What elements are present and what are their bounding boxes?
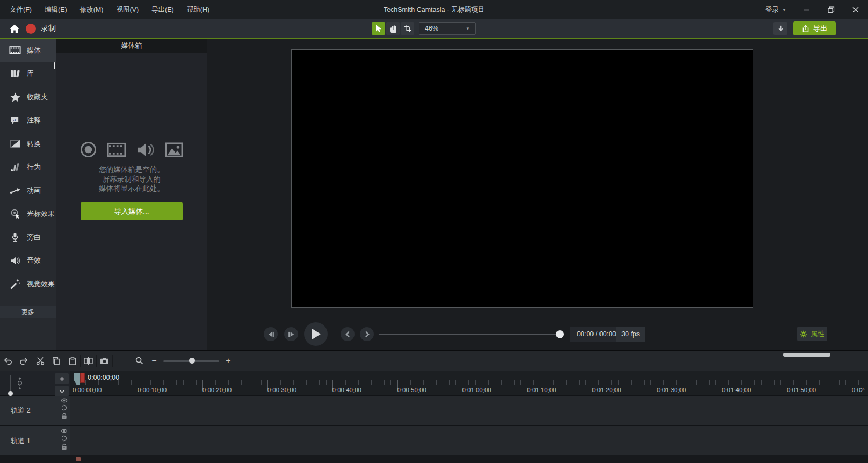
timeline-zoom-button[interactable]: [131, 355, 147, 367]
zoom-slider-thumb[interactable]: [189, 358, 195, 364]
sidebar-item-label: 行为: [27, 162, 41, 172]
paste-button[interactable]: [64, 355, 81, 367]
add-track-button[interactable]: [55, 373, 69, 384]
speaker-icon: [9, 256, 21, 265]
download-icon: [777, 25, 785, 33]
split-button[interactable]: [81, 355, 97, 367]
track-row: 轨道 1: [0, 426, 868, 455]
pan-tool-button[interactable]: [386, 22, 400, 35]
playback-seek-slider[interactable]: [379, 330, 564, 338]
previous-frame-button[interactable]: [264, 327, 278, 341]
close-button[interactable]: [843, 0, 868, 19]
track-2-lane[interactable]: [70, 396, 868, 425]
sidebar-item-favorites[interactable]: 收藏夹: [0, 85, 56, 109]
ruler-label: 0:00:20;00: [202, 387, 232, 393]
menu-item[interactable]: 帮助(H): [182, 3, 215, 17]
next-frame-button[interactable]: [284, 327, 298, 341]
behaviors-icon: [9, 162, 21, 172]
track-1-header[interactable]: 轨道 1: [0, 426, 70, 455]
track-1-lane[interactable]: [70, 426, 868, 455]
sidebar-item-voice-narration[interactable]: 旁白: [0, 226, 56, 249]
image-icon: [165, 142, 183, 157]
ruler-label: 0:01:40;00: [722, 387, 751, 393]
undo-button[interactable]: [0, 355, 16, 367]
export-label: 导出: [813, 24, 828, 33]
playhead-time: 0:00:00;00: [88, 374, 119, 381]
sidebar-item-behaviors[interactable]: 行为: [0, 156, 56, 179]
timeline-zoom-in-button[interactable]: +: [221, 356, 235, 366]
download-button[interactable]: [773, 22, 787, 35]
cut-button[interactable]: [32, 355, 48, 367]
record-circle-icon: [80, 141, 97, 158]
magic-wand-icon: [9, 279, 21, 289]
timeline-scroll-marker[interactable]: [76, 457, 81, 461]
collapse-tracks-button[interactable]: [55, 386, 69, 396]
minimize-button[interactable]: [794, 0, 819, 19]
menu-item[interactable]: 编辑(E): [39, 3, 73, 17]
screenshot-button[interactable]: [97, 355, 113, 367]
sidebar-item-transitions[interactable]: 转换: [0, 132, 56, 156]
timeline-zoom-out-button[interactable]: −: [147, 356, 161, 366]
track-2-header[interactable]: 轨道 2: [0, 396, 70, 425]
sidebar-scrollbar[interactable]: [54, 62, 55, 69]
redo-button[interactable]: [16, 355, 32, 367]
sidebar-more-button[interactable]: 更多: [0, 306, 56, 318]
timeline-ruler[interactable]: 0:00:00;000:00:10;000:00:20;000:00:30;00…: [70, 371, 868, 396]
lock-icon[interactable]: [61, 443, 67, 450]
playhead-line: [82, 383, 82, 457]
chevron-down-icon: [59, 389, 65, 393]
restore-button[interactable]: [819, 0, 843, 19]
record-button[interactable]: 录制: [26, 21, 56, 35]
timeline-horizontal-scrollbar[interactable]: [783, 353, 830, 357]
visibility-eye-icon[interactable]: [61, 429, 68, 433]
copy-button[interactable]: [48, 355, 64, 367]
snap-icon[interactable]: [61, 435, 68, 442]
menu-item[interactable]: 导出(E): [146, 3, 179, 17]
record-icon: [26, 24, 36, 34]
home-button[interactable]: [8, 22, 21, 35]
sidebar-item-audio-effects[interactable]: 音效: [0, 249, 56, 273]
properties-label: 属性: [811, 329, 824, 339]
track-name: 轨道 2: [0, 406, 31, 415]
timeline-zoom-slider[interactable]: [163, 357, 219, 365]
sidebar-item-cursor-effects[interactable]: 光标效果: [0, 202, 56, 226]
properties-button[interactable]: 属性: [797, 327, 827, 341]
login-label: 登录: [765, 5, 779, 15]
sidebar-item-label: 媒体: [27, 46, 41, 55]
crop-tool-button[interactable]: [401, 22, 414, 35]
jump-forward-button[interactable]: [360, 327, 374, 341]
track-height-slider-thumb[interactable]: [8, 391, 13, 396]
play-button[interactable]: [304, 322, 328, 346]
preview-stage[interactable]: [291, 49, 753, 308]
select-tool-button[interactable]: [372, 22, 385, 35]
menu-item[interactable]: 修改(M): [75, 3, 109, 17]
sidebar-item-label: 注释: [27, 115, 41, 125]
export-button[interactable]: 导出: [793, 21, 836, 35]
sidebar-item-visual-effects[interactable]: 视觉效果: [0, 272, 56, 296]
sidebar-item-media[interactable]: 媒体: [0, 39, 56, 62]
annotation-icon: a: [9, 116, 21, 125]
playhead-marker[interactable]: [80, 373, 85, 383]
canvas-zoom-select[interactable]: 46% ▼: [419, 22, 476, 35]
visibility-eye-icon[interactable]: [61, 398, 68, 403]
title-bar: 文件(F)编辑(E)修改(M)视图(V)导出(E)帮助(H) TechSmith…: [0, 0, 868, 19]
sidebar-item-annotations[interactable]: a 注释: [0, 109, 56, 133]
menu-bar: 文件(F)编辑(E)修改(M)视图(V)导出(E)帮助(H): [0, 3, 215, 17]
sidebar-item-library[interactable]: 库: [0, 62, 56, 86]
restore-icon: [828, 6, 835, 13]
track-height-slider[interactable]: [10, 375, 11, 393]
jump-back-button[interactable]: [341, 327, 355, 341]
login-button[interactable]: 登录 ▼: [758, 0, 794, 19]
lock-icon[interactable]: [61, 413, 67, 419]
menu-item[interactable]: 文件(F): [4, 3, 37, 17]
seek-thumb[interactable]: [556, 330, 564, 338]
sidebar-item-label: 库: [27, 69, 34, 78]
fps-value: 30 fps: [621, 330, 640, 338]
snap-icon[interactable]: [61, 404, 68, 411]
import-media-button[interactable]: 导入媒体...: [81, 202, 183, 220]
sidebar-item-animations[interactable]: 动画: [0, 179, 56, 202]
copy-icon: [52, 357, 60, 365]
sidebar-item-label: 转换: [27, 139, 41, 149]
sidebar-item-label: 音效: [27, 256, 41, 265]
menu-item[interactable]: 视图(V): [111, 3, 144, 17]
